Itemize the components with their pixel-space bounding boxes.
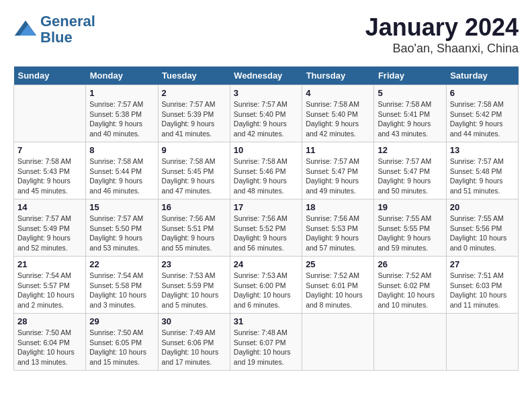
calendar-cell: 24Sunrise: 7:53 AM Sunset: 6:00 PM Dayli… [230,257,302,314]
day-content: Sunrise: 7:55 AM Sunset: 5:56 PM Dayligh… [450,214,515,253]
day-content: Sunrise: 7:48 AM Sunset: 6:07 PM Dayligh… [234,328,298,367]
col-saturday: Saturday [446,66,518,85]
day-content: Sunrise: 7:49 AM Sunset: 6:06 PM Dayligh… [162,328,226,367]
calendar-title: January 2024 [365,13,519,42]
day-number: 30 [162,316,226,326]
calendar-cell: 28Sunrise: 7:50 AM Sunset: 6:04 PM Dayli… [14,314,86,371]
col-monday: Monday [86,66,158,85]
day-number: 28 [17,316,82,326]
day-number: 27 [450,259,515,269]
day-content: Sunrise: 7:57 AM Sunset: 5:39 PM Dayligh… [162,99,226,139]
day-number: 20 [450,202,515,212]
day-content: Sunrise: 7:56 AM Sunset: 5:52 PM Dayligh… [234,214,298,253]
day-number: 19 [378,202,442,212]
calendar-cell [14,85,86,142]
calendar-cell: 14Sunrise: 7:57 AM Sunset: 5:49 PM Dayli… [14,199,86,257]
day-content: Sunrise: 7:57 AM Sunset: 5:49 PM Dayligh… [17,214,82,253]
day-content: Sunrise: 7:50 AM Sunset: 6:04 PM Dayligh… [17,328,82,367]
calendar-cell: 13Sunrise: 7:57 AM Sunset: 5:48 PM Dayli… [446,142,518,199]
calendar-cell: 10Sunrise: 7:58 AM Sunset: 5:46 PM Dayli… [230,142,302,199]
logo: General Blue [13,13,95,46]
day-content: Sunrise: 7:54 AM Sunset: 5:58 PM Dayligh… [89,271,154,310]
calendar-cell: 30Sunrise: 7:49 AM Sunset: 6:06 PM Dayli… [158,314,230,371]
day-content: Sunrise: 7:58 AM Sunset: 5:46 PM Dayligh… [234,156,298,196]
calendar-table: Sunday Monday Tuesday Wednesday Thursday… [13,66,519,371]
day-number: 16 [162,202,226,212]
day-content: Sunrise: 7:56 AM Sunset: 5:53 PM Dayligh… [306,214,370,253]
calendar-cell: 5Sunrise: 7:58 AM Sunset: 5:41 PM Daylig… [374,85,446,142]
day-content: Sunrise: 7:58 AM Sunset: 5:42 PM Dayligh… [450,99,515,139]
day-number: 31 [234,316,298,326]
calendar-week-5: 28Sunrise: 7:50 AM Sunset: 6:04 PM Dayli… [14,314,519,371]
calendar-cell: 26Sunrise: 7:52 AM Sunset: 6:02 PM Dayli… [374,257,446,314]
day-number: 7 [17,145,82,155]
calendar-week-4: 21Sunrise: 7:54 AM Sunset: 5:57 PM Dayli… [14,257,519,314]
day-number: 13 [450,145,515,155]
day-number: 21 [17,259,82,269]
day-content: Sunrise: 7:52 AM Sunset: 6:01 PM Dayligh… [306,271,370,310]
day-number: 5 [378,88,442,98]
day-number: 9 [162,145,226,155]
day-content: Sunrise: 7:52 AM Sunset: 6:02 PM Dayligh… [378,271,442,310]
calendar-cell: 3Sunrise: 7:57 AM Sunset: 5:40 PM Daylig… [230,85,302,142]
logo-general: General [40,13,95,30]
day-number: 29 [89,316,154,326]
day-number: 4 [306,88,370,98]
day-number: 11 [306,145,370,155]
day-number: 23 [162,259,226,269]
day-content: Sunrise: 7:53 AM Sunset: 6:00 PM Dayligh… [234,271,298,310]
col-wednesday: Wednesday [230,66,302,85]
col-tuesday: Tuesday [158,66,230,85]
col-thursday: Thursday [302,66,374,85]
calendar-cell [374,314,446,371]
calendar-cell: 8Sunrise: 7:58 AM Sunset: 5:44 PM Daylig… [86,142,158,199]
calendar-cell: 12Sunrise: 7:57 AM Sunset: 5:47 PM Dayli… [374,142,446,199]
calendar-cell: 21Sunrise: 7:54 AM Sunset: 5:57 PM Dayli… [14,257,86,314]
day-content: Sunrise: 7:51 AM Sunset: 6:03 PM Dayligh… [450,271,515,310]
day-content: Sunrise: 7:58 AM Sunset: 5:41 PM Dayligh… [378,99,442,139]
day-content: Sunrise: 7:57 AM Sunset: 5:47 PM Dayligh… [378,156,442,196]
calendar-cell: 11Sunrise: 7:57 AM Sunset: 5:47 PM Dayli… [302,142,374,199]
day-number: 3 [234,88,298,98]
calendar-week-3: 14Sunrise: 7:57 AM Sunset: 5:49 PM Dayli… [14,199,519,257]
col-friday: Friday [374,66,446,85]
day-number: 8 [89,145,154,155]
calendar-week-1: 1Sunrise: 7:57 AM Sunset: 5:38 PM Daylig… [14,85,519,142]
logo-icon [13,17,38,42]
day-content: Sunrise: 7:57 AM Sunset: 5:47 PM Dayligh… [306,156,370,196]
calendar-cell: 23Sunrise: 7:53 AM Sunset: 5:59 PM Dayli… [158,257,230,314]
day-content: Sunrise: 7:50 AM Sunset: 6:05 PM Dayligh… [89,328,154,367]
day-content: Sunrise: 7:54 AM Sunset: 5:57 PM Dayligh… [17,271,82,310]
calendar-cell: 25Sunrise: 7:52 AM Sunset: 6:01 PM Dayli… [302,257,374,314]
calendar-location: Bao'an, Shaanxi, China [365,42,519,56]
calendar-cell: 18Sunrise: 7:56 AM Sunset: 5:53 PM Dayli… [302,199,374,257]
calendar-cell: 29Sunrise: 7:50 AM Sunset: 6:05 PM Dayli… [86,314,158,371]
calendar-cell: 15Sunrise: 7:57 AM Sunset: 5:50 PM Dayli… [86,199,158,257]
calendar-cell: 6Sunrise: 7:58 AM Sunset: 5:42 PM Daylig… [446,85,518,142]
day-number: 1 [89,88,154,98]
calendar-cell: 16Sunrise: 7:56 AM Sunset: 5:51 PM Dayli… [158,199,230,257]
day-content: Sunrise: 7:58 AM Sunset: 5:43 PM Dayligh… [17,156,82,196]
calendar-cell: 19Sunrise: 7:55 AM Sunset: 5:55 PM Dayli… [374,199,446,257]
day-number: 6 [450,88,515,98]
day-content: Sunrise: 7:57 AM Sunset: 5:48 PM Dayligh… [450,156,515,196]
day-content: Sunrise: 7:53 AM Sunset: 5:59 PM Dayligh… [162,271,226,310]
day-content: Sunrise: 7:56 AM Sunset: 5:51 PM Dayligh… [162,214,226,253]
calendar-week-2: 7Sunrise: 7:58 AM Sunset: 5:43 PM Daylig… [14,142,519,199]
calendar-header-row: Sunday Monday Tuesday Wednesday Thursday… [14,66,519,85]
calendar-cell: 1Sunrise: 7:57 AM Sunset: 5:38 PM Daylig… [86,85,158,142]
col-sunday: Sunday [14,66,86,85]
day-content: Sunrise: 7:58 AM Sunset: 5:45 PM Dayligh… [162,156,226,196]
day-number: 14 [17,202,82,212]
day-number: 24 [234,259,298,269]
calendar-cell: 31Sunrise: 7:48 AM Sunset: 6:07 PM Dayli… [230,314,302,371]
day-number: 26 [378,259,442,269]
calendar-cell [302,314,374,371]
day-number: 17 [234,202,298,212]
logo-blue: Blue [40,29,73,46]
day-number: 12 [378,145,442,155]
day-content: Sunrise: 7:57 AM Sunset: 5:50 PM Dayligh… [89,214,154,253]
day-number: 2 [162,88,226,98]
day-number: 15 [89,202,154,212]
day-content: Sunrise: 7:57 AM Sunset: 5:38 PM Dayligh… [89,99,154,139]
